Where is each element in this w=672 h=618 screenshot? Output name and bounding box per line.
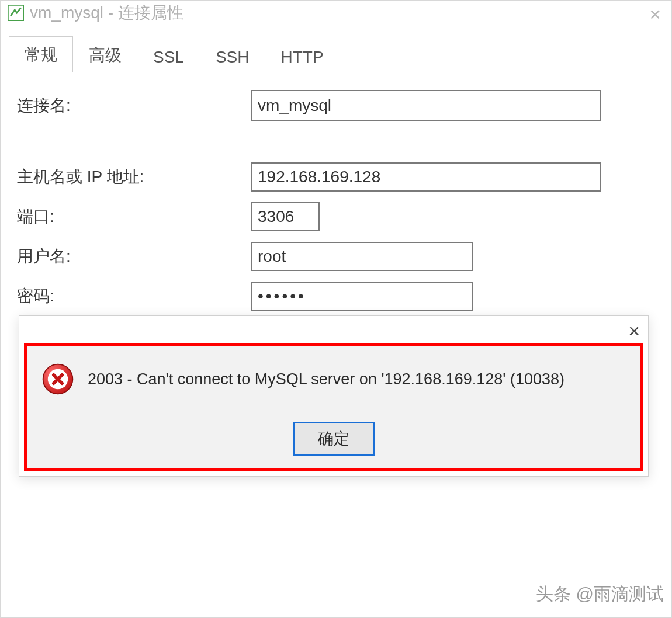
tab-http[interactable]: HTTP [265,40,340,72]
tab-general[interactable]: 常规 [9,36,73,72]
error-ok-button[interactable]: 确定 [293,422,375,456]
error-icon [41,362,75,396]
error-message: 2003 - Can't connect to MySQL server on … [88,370,564,388]
error-dialog-close-button[interactable]: × [628,320,640,342]
username-input[interactable] [251,242,473,271]
titlebar: vm_mysql - 连接属性 × [1,1,671,25]
tabs: 常规 高级 SSL SSH HTTP [1,36,671,72]
error-dialog-titlebar: × [19,316,648,343]
port-input[interactable] [251,202,320,231]
tab-ssl[interactable]: SSL [137,40,200,72]
tab-advanced[interactable]: 高级 [73,37,137,72]
window-title: vm_mysql - 连接属性 [30,2,183,24]
host-input[interactable] [251,162,601,192]
connection-name-label: 连接名: [17,95,251,117]
host-label: 主机名或 IP 地址: [17,166,251,188]
window-close-button[interactable]: × [649,3,661,26]
connection-properties-window: vm_mysql - 连接属性 × 常规 高级 SSL SSH HTTP 连接名… [0,0,672,618]
tab-ssh[interactable]: SSH [200,40,265,72]
password-input[interactable] [251,282,473,311]
connection-name-input[interactable] [251,90,601,121]
user-label: 用户名: [17,245,251,268]
error-dialog-body: 2003 - Can't connect to MySQL server on … [24,343,643,471]
svg-rect-0 [8,5,23,20]
error-dialog: × 2003 - Can't connect to MySQL server o [19,315,649,477]
app-icon [8,5,24,21]
form-panel: 连接名: 主机名或 IP 地址: 端口: 用户名: 密码: 保存密码 [1,72,671,334]
port-label: 端口: [17,206,251,228]
password-label: 密码: [17,285,251,307]
watermark: 头条 @雨滴测试 [536,582,664,606]
